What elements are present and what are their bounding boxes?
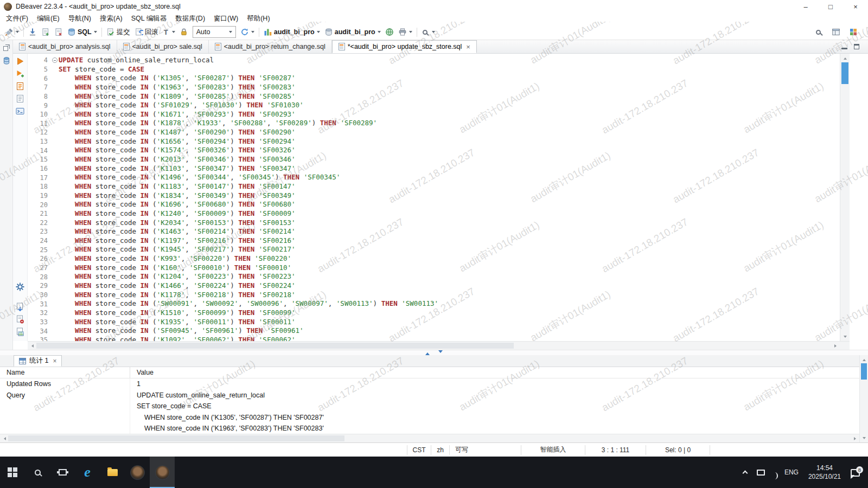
- editor-tab-4[interactable]: *<audit_bi_pro> update_sbz_store.sql×: [332, 40, 477, 53]
- close-button[interactable]: ×: [843, 0, 868, 13]
- file-explorer-button[interactable]: [100, 457, 125, 488]
- result-value-cell[interactable]: SET store_code = CASE: [130, 401, 859, 412]
- export-button[interactable]: [396, 25, 414, 38]
- export-result-button[interactable]: [15, 302, 25, 312]
- scrollbar-thumb[interactable]: [36, 343, 514, 349]
- scrollbar-thumb[interactable]: [861, 363, 867, 380]
- scroll-up-icon[interactable]: [840, 54, 850, 61]
- fold-collapse-icon[interactable]: [52, 57, 58, 63]
- rollback-button[interactable]: 回滚: [132, 25, 161, 38]
- execute-statement-button[interactable]: [15, 56, 25, 66]
- quick-access-search-button[interactable]: [813, 25, 825, 38]
- result-row-1[interactable]: Updated Rows1: [0, 378, 859, 390]
- panel-tab-close-icon[interactable]: ×: [53, 357, 56, 365]
- explain-plan-button[interactable]: [15, 94, 25, 104]
- fold-collapse-control[interactable]: [50, 57, 59, 63]
- result-name-cell[interactable]: [0, 401, 130, 412]
- execute-in-new-tab-button[interactable]: [15, 69, 25, 79]
- menu-item-6[interactable]: 数据库(D): [171, 14, 209, 23]
- start-button[interactable]: [0, 457, 25, 488]
- scroll-right-icon[interactable]: [852, 434, 859, 442]
- task-view-button[interactable]: [50, 457, 75, 488]
- result-name-cell[interactable]: Query: [0, 390, 130, 401]
- script-grid-button[interactable]: [15, 327, 25, 337]
- tab-close-icon[interactable]: ×: [466, 43, 470, 51]
- restore-view-icon[interactable]: [2, 43, 11, 52]
- menu-item-2[interactable]: 编辑(E): [33, 14, 64, 23]
- execute-script-button[interactable]: [15, 81, 25, 91]
- menu-item-1[interactable]: 文件(F): [2, 14, 33, 23]
- result-name-cell[interactable]: Updated Rows: [0, 378, 130, 390]
- open-perspective-button[interactable]: [829, 25, 843, 38]
- editor-tab-1[interactable]: <audit_bi_pro> analysis.sql: [13, 40, 117, 53]
- column-header-value[interactable]: Value: [130, 367, 859, 378]
- commit-button[interactable]: 提交: [104, 25, 132, 38]
- tab-statistics[interactable]: 统计 1 ×: [14, 355, 62, 367]
- commit-mode-select[interactable]: Auto: [193, 26, 236, 38]
- result-value-cell[interactable]: WHEN store_code IN ('K1305', 'SF00287') …: [130, 412, 859, 423]
- action-center-button[interactable]: 8: [846, 457, 865, 488]
- results-horizontal-scrollbar[interactable]: [0, 434, 859, 442]
- result-row-5[interactable]: WHEN store_code IN ('K1963', 'SF00283') …: [0, 423, 859, 434]
- result-name-cell[interactable]: [0, 423, 130, 434]
- schema-selector[interactable]: audit_bi_pro: [322, 25, 383, 38]
- tray-volume-button[interactable]: [770, 457, 780, 488]
- new-connection-button[interactable]: [3, 25, 21, 38]
- result-value-cell[interactable]: WHEN store_code IN ('K1963', 'SF00283') …: [130, 423, 859, 434]
- scrollbar-thumb[interactable]: [841, 62, 848, 84]
- sash-minimize-icon[interactable]: [438, 350, 443, 355]
- toolbar-search-button[interactable]: [419, 25, 437, 38]
- close-sql-console-button[interactable]: [52, 25, 65, 38]
- taskbar-search-button[interactable]: [25, 457, 50, 488]
- sql-editor[interactable]: 4UPDATE custom_online_sale_return_local5…: [28, 54, 840, 341]
- dbeaver-taskbar-button-1[interactable]: [125, 457, 150, 488]
- menu-item-8[interactable]: 帮助(H): [242, 14, 274, 23]
- editor-vertical-scrollbar[interactable]: [840, 54, 850, 341]
- refresh-button[interactable]: [238, 25, 257, 38]
- tray-device-button[interactable]: [752, 457, 770, 488]
- results-vertical-scrollbar[interactable]: [859, 355, 868, 442]
- maximize-view-icon[interactable]: [854, 44, 859, 49]
- editor-settings-button[interactable]: [15, 282, 25, 292]
- result-row-2[interactable]: QueryUPDATE custom_online_sale_return_lo…: [0, 390, 859, 401]
- minimize-button[interactable]: –: [793, 0, 818, 13]
- transaction-mode-button[interactable]: [161, 25, 177, 38]
- network-settings-button[interactable]: [383, 25, 396, 38]
- scroll-left-icon[interactable]: [28, 342, 35, 350]
- scroll-down-icon[interactable]: [840, 333, 850, 341]
- database-navigator-icon[interactable]: [2, 56, 11, 65]
- internet-explorer-button[interactable]: [75, 457, 100, 488]
- database-selector[interactable]: audit_bi_pro: [261, 25, 322, 38]
- open-console-button[interactable]: [15, 106, 25, 116]
- column-header-name[interactable]: Name: [0, 367, 130, 378]
- result-value-cell[interactable]: 1: [130, 378, 859, 390]
- maximize-button[interactable]: □: [818, 0, 843, 13]
- menu-item-5[interactable]: SQL 编辑器: [127, 14, 171, 23]
- script-output-button[interactable]: [15, 314, 25, 324]
- editor-tab-2[interactable]: <audit_bi_pro> sale.sql: [117, 40, 209, 53]
- menu-item-3[interactable]: 导航(N): [64, 14, 95, 23]
- result-value-cell[interactable]: UPDATE custom_online_sale_return_local: [130, 390, 859, 401]
- scroll-left-icon[interactable]: [0, 434, 8, 442]
- perspective-switch-button[interactable]: [847, 25, 860, 38]
- result-name-cell[interactable]: [0, 412, 130, 423]
- scroll-right-icon[interactable]: [832, 342, 840, 350]
- connect-button[interactable]: [26, 25, 39, 38]
- editor-horizontal-scrollbar[interactable]: [28, 341, 840, 350]
- menu-item-4[interactable]: 搜索(A): [95, 14, 127, 23]
- tray-expand-button[interactable]: [738, 457, 752, 488]
- result-row-3[interactable]: SET store_code = CASE: [0, 401, 859, 412]
- menu-item-7[interactable]: 窗口(W): [209, 14, 242, 23]
- sash-maximize-icon[interactable]: [425, 350, 430, 355]
- editor-panel-sash[interactable]: [0, 350, 868, 355]
- dbeaver-taskbar-button-2[interactable]: [150, 457, 175, 488]
- editor-tab-3[interactable]: <audit_bi_pro> return_change.sql: [209, 40, 332, 53]
- sql-editor-menu-button[interactable]: SQL: [65, 25, 99, 38]
- new-sql-editor-button[interactable]: [39, 25, 52, 38]
- result-row-4[interactable]: WHEN store_code IN ('K1305', 'SF00287') …: [0, 412, 859, 423]
- language-indicator[interactable]: ENG: [780, 457, 803, 488]
- taskbar-clock[interactable]: 14:54 2025/10/21: [803, 457, 846, 488]
- scrollbar-thumb[interactable]: [8, 435, 344, 441]
- transaction-lock-button[interactable]: [177, 25, 190, 38]
- scroll-down-icon[interactable]: [860, 435, 868, 442]
